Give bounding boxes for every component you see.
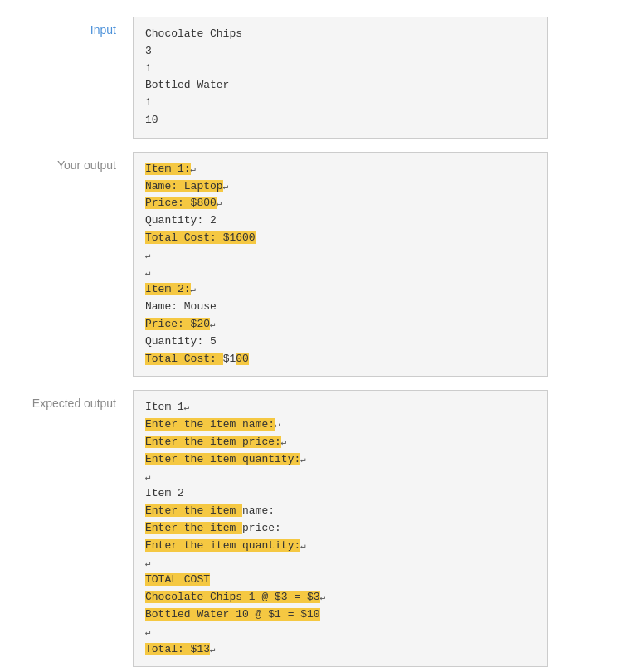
input-line-5: 1 bbox=[145, 95, 535, 112]
expected-item2-name-prompt: Enter the item name: bbox=[145, 503, 535, 520]
expected-item2-price-prompt: Enter the item price: bbox=[145, 520, 535, 538]
expected-blank1: ↵ bbox=[145, 469, 535, 486]
input-line-4: Bottled Water bbox=[145, 77, 535, 95]
your-output-item1-name: Name: Laptop↵ bbox=[145, 178, 535, 196]
expected-item2-qty-prompt: Enter the item quantity:↵ bbox=[145, 538, 535, 555]
your-output-item2-quantity: Quantity: 5 bbox=[145, 334, 535, 351]
your-output-item2-price: Price: $20↵ bbox=[145, 316, 535, 334]
your-output-blank2: ↵ bbox=[145, 265, 535, 282]
expected-item2-header: Item 2 bbox=[145, 485, 535, 503]
your-output-content: Item 1:↵ Name: Laptop↵ Price: $800↵ Quan… bbox=[133, 152, 548, 377]
expected-item1-name-prompt: Enter the item name:↵ bbox=[145, 416, 535, 434]
your-output-item1-header: Item 1:↵ bbox=[145, 161, 535, 178]
input-line-1: Chocolate Chips bbox=[145, 26, 535, 43]
your-output-item2-total: Total Cost: $100 bbox=[145, 351, 535, 368]
input-content: Chocolate Chips 3 1 Bottled Water 1 10 bbox=[133, 17, 548, 139]
expected-blank3: ↵ bbox=[145, 624, 535, 641]
expected-total: Total: $13↵ bbox=[145, 641, 535, 659]
your-output-item1-price: Price: $800↵ bbox=[145, 195, 535, 212]
main-container: Input Chocolate Chips 3 1 Bottled Water … bbox=[17, 17, 626, 667]
input-line-3: 1 bbox=[145, 61, 535, 78]
your-output-item2-header: Item 2:↵ bbox=[145, 281, 535, 299]
expected-choc-chips-cost: Chocolate Chips 1 @ $3 = $3↵ bbox=[145, 589, 535, 606]
expected-output-content: Item 1↵ Enter the item name:↵ Enter the … bbox=[133, 390, 548, 667]
expected-output-section: Expected output Item 1↵ Enter the item n… bbox=[17, 390, 626, 667]
expected-item1-header: Item 1↵ bbox=[145, 399, 535, 416]
your-output-item1-quantity: Quantity: 2 bbox=[145, 212, 535, 230]
input-line-6: 10 bbox=[145, 112, 535, 129]
your-output-blank1: ↵ bbox=[145, 247, 535, 265]
your-output-item1-total: Total Cost: $1600 bbox=[145, 230, 535, 247]
expected-item1-qty-prompt: Enter the item quantity:↵ bbox=[145, 451, 535, 469]
expected-water-cost: Bottled Water 10 @ $1 = $10 bbox=[145, 606, 535, 624]
input-label: Input bbox=[17, 17, 116, 37]
your-output-label: Your output bbox=[17, 152, 116, 172]
expected-item1-price-prompt: Enter the item price:↵ bbox=[145, 434, 535, 451]
expected-output-label: Expected output bbox=[17, 390, 116, 410]
input-section: Input Chocolate Chips 3 1 Bottled Water … bbox=[17, 17, 626, 139]
your-output-item2-name: Name: Mouse bbox=[145, 299, 535, 316]
your-output-section: Your output Item 1:↵ Name: Laptop↵ Price… bbox=[17, 152, 626, 377]
expected-blank2: ↵ bbox=[145, 555, 535, 572]
expected-total-cost-header: TOTAL COST bbox=[145, 572, 535, 589]
input-line-2: 3 bbox=[145, 43, 535, 61]
